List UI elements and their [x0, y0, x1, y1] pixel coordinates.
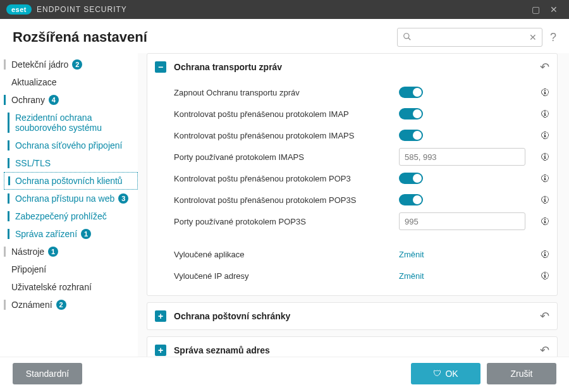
settings-panel[interactable]: − Ochrana transportu zpráv ↶ Zapnout Och…	[138, 53, 569, 357]
toggle-imap[interactable]	[399, 108, 423, 119]
sidebar-item-label: Ochrana poštovních klientů	[15, 176, 123, 186]
toggle-pop3[interactable]	[399, 173, 423, 184]
svg-point-0	[404, 33, 409, 38]
edit-excluded-apps-link[interactable]: Změnit	[399, 250, 424, 259]
info-icon[interactable]: 🛈	[532, 87, 549, 97]
section-header[interactable]: + Správa seznamů adres ↶	[147, 337, 557, 357]
button-label: OK	[445, 369, 458, 379]
sidebar-item-ui[interactable]: Uživatelské rozhraní	[0, 278, 138, 296]
section-title: Ochrana transportu zpráv	[174, 62, 540, 72]
setting-row-pop3: Kontrolovat poštu přenášenou protokolem …	[174, 168, 549, 189]
sidebar-badge: 1	[48, 247, 58, 257]
setting-label: Zapnout Ochranu transportu zpráv	[174, 88, 399, 97]
section-title: Správa seznamů adres	[174, 345, 540, 355]
info-icon[interactable]: 🛈	[532, 249, 549, 259]
info-icon[interactable]: 🛈	[532, 130, 549, 140]
sidebar-item-label: Oznámení	[11, 300, 52, 310]
input-imaps-ports[interactable]	[399, 148, 525, 166]
sidebar-item-network[interactable]: Ochrana síťového připojení	[4, 137, 138, 154]
clear-search-icon[interactable]: ✕	[529, 32, 537, 42]
info-icon[interactable]: 🛈	[532, 195, 549, 205]
sidebar-item-web-access[interactable]: Ochrana přístupu na web 3	[4, 190, 138, 207]
window-maximize-icon[interactable]: ▢	[527, 4, 545, 15]
setting-row-imaps: Kontrolovat poštu přenášenou protokolem …	[174, 125, 549, 146]
svg-line-1	[408, 37, 411, 40]
info-icon[interactable]: 🛈	[532, 109, 549, 119]
default-button[interactable]: Standardní	[13, 363, 82, 384]
product-name: ENDPOINT SECURITY	[37, 5, 127, 14]
button-label: Standardní	[26, 369, 70, 379]
sidebar-item-label: Správa zařízení	[15, 229, 77, 239]
sidebar-item-label: Ochrana síťového připojení	[15, 140, 122, 150]
sidebar-badge: 2	[72, 59, 82, 70]
search-input[interactable]	[398, 28, 542, 46]
section-message-transport: − Ochrana transportu zpráv ↶ Zapnout Och…	[147, 53, 558, 296]
sidebar-item-label: Zabezpečený prohlížeč	[15, 211, 107, 221]
setting-row-enable-transport: Zapnout Ochranu transportu zpráv 🛈	[174, 82, 549, 103]
setting-row-pop3s-ports: Porty používané protokolem POP3S 🛈	[174, 211, 549, 232]
sidebar-item-realtime-fs[interactable]: Rezidentní ochrana souborového systému	[4, 109, 138, 137]
setting-row-excluded-apps: Vyloučené aplikace Změnit 🛈	[174, 243, 549, 265]
sidebar-item-label: Uživatelské rozhraní	[11, 282, 92, 292]
toggle-enable-transport[interactable]	[399, 87, 423, 98]
sidebar-item-updates[interactable]: Aktualizace	[0, 73, 138, 91]
window-close-icon[interactable]: ✕	[545, 4, 563, 15]
section-address-lists: + Správa seznamů adres ↶	[147, 336, 558, 357]
page-title: Rozšířená nastavení	[13, 29, 147, 46]
sidebar-item-label: Ochrany	[11, 95, 45, 105]
info-icon[interactable]: 🛈	[532, 271, 549, 281]
collapse-icon[interactable]: −	[155, 61, 166, 73]
setting-label: Porty používané protokolem POP3S	[174, 217, 399, 226]
revert-icon[interactable]: ↶	[540, 343, 549, 357]
footer: Standardní 🛡 OK Zrušit	[0, 357, 569, 389]
toggle-imaps[interactable]	[399, 130, 423, 141]
shield-icon: 🛡	[433, 369, 441, 378]
search-box[interactable]: ✕	[397, 28, 542, 47]
section-header[interactable]: − Ochrana transportu zpráv ↶	[147, 54, 557, 80]
sidebar-item-label: Připojení	[11, 264, 46, 274]
sidebar-badge: 2	[56, 300, 66, 310]
setting-label: Vyloučené IP adresy	[174, 271, 399, 281]
revert-icon[interactable]: ↶	[540, 309, 549, 323]
setting-row-imaps-ports: Porty používané protokolem IMAPS 🛈	[174, 146, 549, 168]
cancel-button[interactable]: Zrušit	[487, 363, 556, 384]
button-label: Zrušit	[511, 369, 533, 379]
help-icon[interactable]: ?	[550, 31, 556, 44]
input-pop3s-ports[interactable]	[399, 212, 525, 230]
sidebar-badge: 3	[118, 193, 128, 204]
sidebar-item-device-control[interactable]: Správa zařízení 1	[4, 225, 138, 243]
sidebar-badge: 1	[81, 229, 91, 239]
sidebar-item-secure-browser[interactable]: Zabezpečený prohlížeč	[4, 207, 138, 225]
sidebar-item-notifications[interactable]: Oznámení 2	[0, 296, 138, 314]
section-header[interactable]: + Ochrana poštovní schránky ↶	[147, 303, 557, 329]
revert-icon[interactable]: ↶	[540, 60, 549, 74]
section-mailbox-protection: + Ochrana poštovní schránky ↶	[147, 302, 558, 330]
sidebar-item-ssltls[interactable]: SSL/TLS	[4, 154, 138, 172]
sidebar: Detekční jádro 2 Aktualizace Ochrany 4 R…	[0, 53, 138, 357]
setting-label: Vyloučené aplikace	[174, 250, 399, 259]
sidebar-item-mail-clients[interactable]: Ochrana poštovních klientů	[4, 172, 138, 190]
info-icon[interactable]: 🛈	[532, 173, 549, 183]
toggle-pop3s[interactable]	[399, 194, 423, 205]
brand-logo: eset	[6, 4, 32, 15]
expand-icon[interactable]: +	[155, 310, 166, 322]
setting-label: Kontrolovat poštu přenášenou protokolem …	[174, 131, 399, 140]
setting-label: Porty používané protokolem IMAPS	[174, 152, 399, 162]
info-icon[interactable]: 🛈	[532, 216, 549, 226]
sidebar-item-tools[interactable]: Nástroje 1	[0, 243, 138, 260]
sidebar-item-detection-core[interactable]: Detekční jádro 2	[0, 56, 138, 73]
expand-icon[interactable]: +	[155, 345, 166, 356]
sidebar-item-connection[interactable]: Připojení	[0, 260, 138, 278]
sidebar-item-protections[interactable]: Ochrany 4	[0, 91, 138, 109]
search-icon	[403, 32, 412, 43]
page-header: Rozšířená nastavení ✕ ?	[0, 19, 569, 53]
titlebar: eset ENDPOINT SECURITY ▢ ✕	[0, 0, 569, 19]
sidebar-item-label: Rezidentní ochrana souborového systému	[15, 113, 130, 133]
sidebar-item-label: Detekční jádro	[11, 59, 68, 70]
info-icon[interactable]: 🛈	[532, 152, 549, 162]
ok-button[interactable]: 🛡 OK	[411, 363, 480, 384]
edit-excluded-ips-link[interactable]: Změnit	[399, 271, 424, 281]
sidebar-item-label: Nástroje	[11, 247, 44, 257]
sidebar-item-label: Ochrana přístupu na web	[15, 193, 114, 204]
setting-row-pop3s: Kontrolovat poštu přenášenou protokolem …	[174, 189, 549, 211]
